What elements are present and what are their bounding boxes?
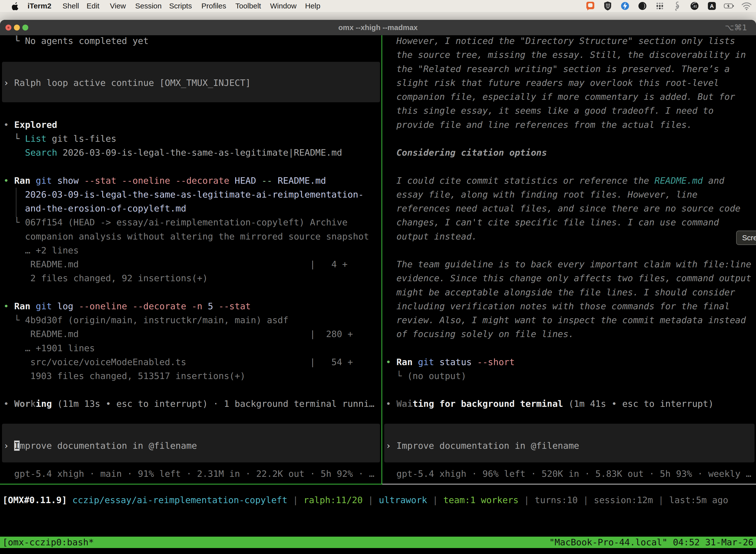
text-segment: gpt-5.4 xhigh · main · 91% left · 2.31M … [3, 468, 375, 479]
menu-item-edit[interactable]: Edit [86, 0, 100, 12]
terminal-line: • Ran git log --oneline --decorate -n 5 … [3, 299, 251, 313]
terminal-content: └ No agents completed yet› Ralph loop ac… [0, 35, 756, 554]
menu-item-profiles[interactable]: Profiles [201, 0, 226, 12]
text-segment: Considering citation options [386, 148, 547, 158]
terminal-line: gpt-5.4 xhigh · main · 91% left · 2.31M … [3, 467, 375, 481]
terminal-line: └ (no output) [386, 369, 466, 383]
zap-badge-icon[interactable] [620, 0, 630, 11]
terminal-line: └ 4b9d30f (origin/main, instructkr/main,… [3, 313, 289, 327]
text-segment: HEAD [229, 175, 256, 186]
text-segment: of focusing solely on file lines. [386, 329, 574, 339]
tmux-vertical-divider[interactable] [381, 35, 382, 485]
text-segment: git ls-files [46, 133, 116, 144]
terminal-line: the source tree, missing the essay. Stil… [386, 48, 746, 62]
text-segment: last:5m ago [669, 495, 728, 505]
text-segment: output instead. [386, 231, 477, 241]
text-segment: • [3, 301, 14, 311]
text-segment: 1903 files changed, 513517 insertions(+) [3, 371, 245, 381]
apple-logo-icon[interactable] [12, 2, 19, 10]
terminal-line: README.md | 4 + [3, 258, 348, 271]
text-segment: | [583, 495, 594, 505]
zoom-button[interactable] [22, 24, 28, 31]
text-segment: -- [256, 175, 272, 186]
terminal-line: › Improve documentation in @filename [386, 439, 579, 453]
tmux-host-clock-label: "MacBook-Pro-44.local" 04:52 31-Mar-26 [549, 537, 754, 548]
window-title-bar: omx --xhigh --madmax ⌥⌘1 [0, 20, 756, 36]
terminal-line: The team guideline is to back every impo… [386, 258, 751, 271]
text-segment: [OMX#0.11.9] [2, 495, 72, 505]
terminal-line: references need actual files, and since … [386, 202, 740, 215]
shield-grid-icon[interactable] [602, 0, 613, 11]
menu-item-iterm2[interactable]: iTerm2 [27, 0, 51, 12]
text-segment: --stat [213, 301, 251, 311]
menu-item-session[interactable]: Session [135, 0, 162, 12]
text-segment: status [434, 357, 472, 367]
text-segment [3, 148, 25, 158]
text-segment: gpt-5.4 xhigh · 96% left · 520K in · 5.8… [386, 468, 751, 479]
terminal-line: 1903 files changed, 513517 insertions(+) [3, 369, 245, 383]
letter-a-icon[interactable]: A [706, 0, 717, 11]
close-button[interactable] [5, 24, 11, 31]
tmux-horizontal-divider-right [382, 484, 756, 485]
text-segment: I [14, 441, 19, 451]
text-segment: • [3, 120, 14, 130]
menu-item-toolbelt[interactable]: Toolbelt [235, 0, 261, 12]
terminal-line: └ No agents completed yet [3, 34, 148, 48]
terminal-line: However, I noticed the "Directory Struct… [386, 34, 735, 48]
text-segment: › [3, 78, 14, 88]
text-segment: slight risk that future readers may over… [386, 78, 719, 88]
squiggle-icon[interactable] [672, 0, 683, 11]
terminal-line: • Working (11m 13s • esc to interrupt) ·… [3, 397, 375, 411]
text-segment: • [3, 175, 14, 186]
badge-61-icon[interactable]: ..61 [689, 0, 700, 11]
iterm2-window: omx --xhigh --madmax ⌥⌘1 └ No agents com… [0, 20, 756, 554]
screen-indicator-tooltip[interactable]: Scre [736, 231, 756, 245]
crescent-circle-icon[interactable] [637, 0, 648, 11]
chat-bubble-icon[interactable] [585, 0, 596, 11]
text-segment: evidence. Since this change only affects… [386, 273, 751, 283]
text-segment: • [386, 357, 396, 367]
terminal-line: └ List git ls-files [3, 132, 116, 146]
minimize-button[interactable] [14, 24, 20, 31]
text-segment: and-the-erosion-of-copyleft.md [3, 203, 186, 214]
text-segment: 2 files changed, 92 insertions(+) [3, 273, 208, 283]
text-segment: including verification notes with those … [386, 301, 730, 311]
text-segment: ing [36, 399, 52, 409]
text-segment: | [524, 495, 534, 505]
text-segment: ultrawork [379, 495, 433, 505]
text-segment: this single essay, it seems like a good … [386, 106, 713, 116]
menu-item-help[interactable]: Help [305, 0, 320, 12]
menu-item-shell[interactable]: Shell [63, 0, 79, 12]
text-segment: Ran [14, 175, 30, 186]
text-segment: --oneline --decorate -n [73, 301, 202, 311]
terminal-line: › Improve documentation in @filename [3, 439, 197, 453]
text-segment: the source tree, missing the essay. Stil… [386, 50, 746, 60]
text-segment: k [30, 399, 36, 409]
wifi-icon[interactable] [741, 0, 752, 11]
text-segment: | [368, 495, 379, 505]
text-segment: 2026-03-09-is-legal-the-same-as-legitima… [3, 189, 364, 200]
text-segment: Explored [14, 120, 57, 130]
omx-status-line: [OMX#0.11.9] cczip/essay/ai-reimplementa… [2, 493, 728, 507]
text-segment: └ (no output) [386, 371, 466, 381]
text-segment: … +1901 lines [3, 343, 95, 353]
terminal-line: might be acceptable alongside the file l… [386, 285, 735, 299]
text-segment: essay file, along with finding root file… [386, 189, 697, 200]
text-segment: › [3, 441, 14, 451]
text-segment: git [30, 301, 52, 311]
terminal-line: src/voice/voiceModeEnabled.ts | 54 + [3, 355, 353, 369]
dots-grid-icon[interactable] [654, 0, 665, 11]
text-segment: › [386, 441, 396, 451]
text-segment: references need actual files, and since … [386, 203, 740, 214]
text-segment: companion analysis without altering the … [3, 231, 369, 241]
menu-item-window[interactable]: Window [270, 0, 297, 12]
terminal-line: … +1901 lines [3, 341, 95, 355]
battery-icon[interactable] [724, 0, 735, 11]
text-segment: (11m 13s • esc to interrupt) · 1 backgro… [52, 399, 374, 409]
menu-item-view[interactable]: View [110, 0, 126, 12]
terminal-line: I could cite commit statistics or refere… [386, 174, 724, 188]
text-segment: Wor [14, 399, 30, 409]
text-segment: git [30, 175, 52, 186]
left-agent-pane: └ No agents completed yet› Ralph loop ac… [0, 35, 381, 485]
menu-item-scripts[interactable]: Scripts [169, 0, 192, 12]
